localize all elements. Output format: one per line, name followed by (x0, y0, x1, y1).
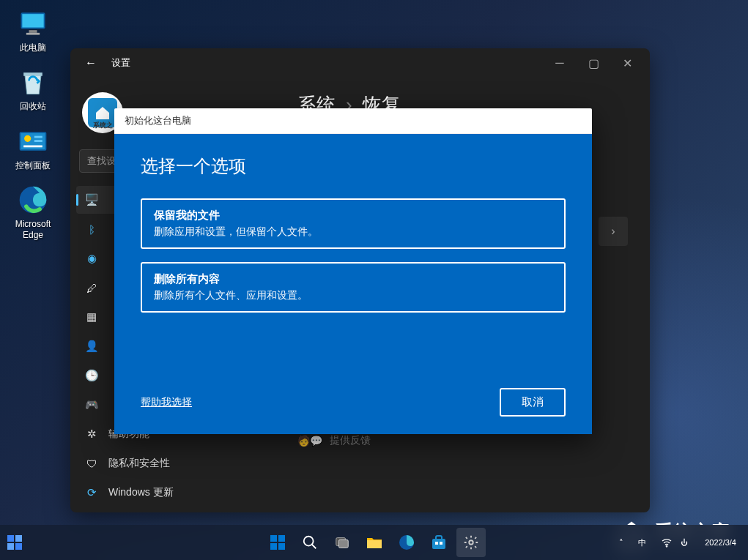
desktop-icon-label: Microsoft Edge (7, 219, 59, 240)
feedback-label: 提供反馈 (330, 434, 371, 447)
svg-rect-15 (7, 535, 14, 542)
recycle-bin-icon (17, 66, 49, 98)
svg-point-23 (303, 537, 313, 546)
help-link[interactable]: 帮助我选择 (141, 396, 192, 409)
svg-rect-31 (435, 542, 438, 545)
svg-rect-19 (270, 535, 277, 542)
close-button[interactable]: ✕ (610, 51, 644, 75)
desktop-icon-label: 控制面板 (15, 160, 51, 171)
reset-pc-dialog: 初始化这台电脑 选择一个选项 保留我的文件 删除应用和设置，但保留个人文件。 删… (114, 108, 592, 434)
option-keep-files[interactable]: 保留我的文件 删除应用和设置，但保留个人文件。 (141, 198, 566, 249)
dialog-heading: 选择一个选项 (141, 154, 566, 178)
svg-rect-18 (15, 543, 22, 550)
nav-privacy[interactable]: 🛡 隐私和安全性 (76, 449, 270, 477)
option-title: 保留我的文件 (154, 209, 552, 223)
taskbar: ˄ 中 2022/3/4 (0, 525, 748, 560)
apps-icon: ▦ (85, 310, 98, 324)
option-desc: 删除所有个人文件、应用和设置。 (154, 289, 552, 302)
svg-rect-2 (29, 30, 37, 33)
desktop-icon-recycle-bin[interactable]: 回收站 (7, 66, 59, 111)
svg-rect-32 (440, 542, 442, 545)
wifi-icon: ◉ (85, 252, 98, 265)
start-button[interactable] (263, 528, 292, 557)
store-button[interactable] (424, 528, 453, 557)
nav-update[interactable]: ⟳ Windows 更新 (76, 479, 270, 507)
edge-icon (17, 184, 49, 216)
display-icon: 🖥️ (85, 193, 98, 206)
svg-rect-3 (26, 33, 40, 35)
desktop-icon-edge[interactable]: Microsoft Edge (7, 184, 59, 240)
svg-rect-21 (270, 543, 277, 550)
window-title: 设置 (111, 56, 130, 70)
personalize-icon: 🖊 (85, 281, 98, 294)
svg-rect-20 (278, 535, 285, 542)
minimize-button[interactable]: ─ (543, 51, 577, 75)
cancel-button[interactable]: 取消 (500, 388, 566, 417)
settings-taskbar-button[interactable] (456, 528, 486, 557)
option-desc: 删除应用和设置，但保留个人文件。 (154, 225, 552, 239)
control-panel-icon (17, 125, 49, 157)
option-remove-everything[interactable]: 删除所有内容 删除所有个人文件、应用和设置。 (141, 262, 566, 313)
svg-rect-1 (22, 14, 43, 27)
search-button[interactable] (295, 528, 325, 557)
desktop-icon-control-panel[interactable]: 控制面板 (7, 125, 59, 171)
taskbar-date: 2022/3/4 (705, 537, 736, 548)
update-icon: ⟳ (85, 486, 98, 499)
svg-line-24 (311, 545, 316, 549)
svg-rect-16 (15, 535, 22, 542)
svg-rect-26 (338, 540, 348, 548)
dialog-titlebar: 初始化这台电脑 (114, 108, 592, 134)
titlebar: ← 设置 ─ ▢ ✕ (70, 48, 650, 78)
desktop-icon-label: 此电脑 (20, 42, 46, 53)
nav-label: Windows 更新 (108, 486, 174, 499)
svg-rect-27 (367, 540, 382, 548)
explorer-button[interactable] (360, 528, 389, 557)
tray-network-icon[interactable] (655, 537, 696, 548)
desktop-icon-this-pc[interactable]: 此电脑 (7, 7, 59, 53)
svg-point-7 (24, 135, 31, 142)
widgets-button[interactable] (6, 534, 23, 551)
svg-rect-9 (34, 140, 42, 142)
svg-point-34 (667, 546, 667, 547)
desktop-icons: 此电脑 回收站 控制面板 Microsoft Edge (7, 7, 59, 240)
related-chevron[interactable]: › (599, 217, 628, 246)
privacy-icon: 🛡 (85, 457, 98, 470)
tray-expand[interactable]: ˄ (613, 538, 629, 548)
taskbar-datetime[interactable]: 2022/3/4 (699, 537, 742, 548)
nav-label: 隐私和安全性 (108, 457, 170, 470)
option-title: 删除所有内容 (154, 272, 552, 286)
feedback-icon: 🧑‍💬 (297, 435, 322, 447)
task-view-button[interactable] (327, 528, 357, 557)
svg-rect-22 (278, 543, 285, 550)
this-pc-icon (17, 7, 49, 40)
svg-rect-10 (23, 145, 42, 147)
tray-ime[interactable]: 中 (632, 537, 652, 548)
edge-taskbar-button[interactable] (392, 528, 421, 557)
accessibility-icon: ✲ (85, 428, 98, 441)
svg-rect-30 (436, 536, 442, 540)
gaming-icon: 🎮 (85, 398, 98, 411)
desktop-icon-label: 回收站 (20, 101, 46, 111)
account-icon: 👤 (85, 340, 98, 353)
svg-rect-8 (34, 135, 42, 138)
time-icon: 🕒 (85, 369, 98, 382)
svg-rect-17 (7, 543, 14, 550)
svg-point-33 (469, 540, 473, 545)
maximize-button[interactable]: ▢ (577, 51, 610, 75)
svg-rect-4 (23, 73, 42, 77)
bluetooth-icon: ᛒ (85, 223, 98, 236)
back-button[interactable]: ← (76, 51, 105, 75)
